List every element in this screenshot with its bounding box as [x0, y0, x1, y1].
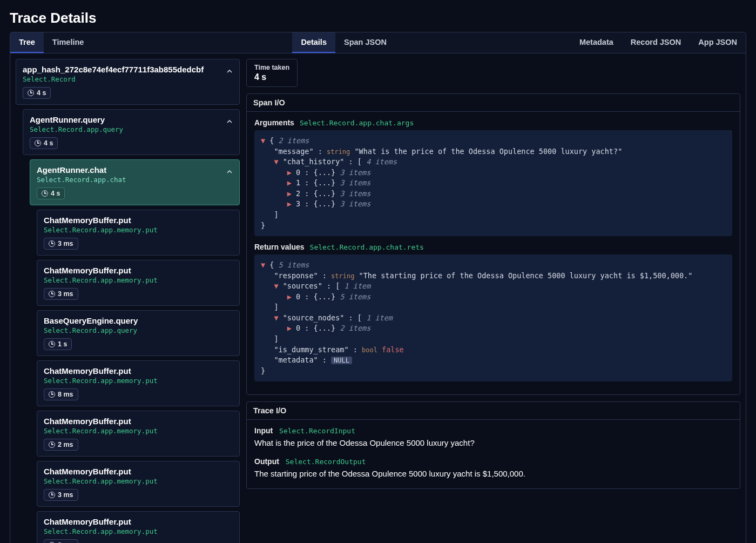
time-badge: 3 ms — [44, 238, 78, 250]
node-selector: Select.Record.app.memory.put — [44, 477, 233, 485]
time-value: 3 ms — [58, 240, 73, 247]
clock-icon — [49, 492, 55, 498]
time-badge: 4 s — [30, 137, 58, 149]
trace-io-panel: Trace I/O Input Select.RecordInput What … — [246, 401, 740, 489]
time-badge: 3 ms — [44, 288, 78, 300]
arguments-selector: Select.Record.app.chat.args — [300, 119, 414, 127]
node-selector: Select.Record.app.chat — [37, 176, 233, 184]
time-badge: 4 s — [23, 87, 51, 99]
chevron-up-icon[interactable] — [225, 67, 234, 76]
time-badge: 2 ms — [44, 439, 78, 451]
trace-io-header: Trace I/O — [247, 402, 740, 420]
time-badge: 8 ms — [44, 388, 78, 400]
time-taken-value: 4 s — [254, 72, 289, 82]
output-text: The starting price of the Odessa Opulenc… — [254, 468, 732, 480]
node-selector: Select.Record.app.memory.put — [44, 527, 233, 535]
clock-icon — [49, 391, 55, 398]
clock-icon — [49, 341, 55, 347]
time-value: 1 s — [58, 340, 67, 348]
tree-node[interactable]: ChatMemoryBuffer.putSelect.Record.app.me… — [37, 511, 240, 543]
trace-details-container: Tree Timeline Details Span JSON Metadata… — [10, 32, 746, 543]
tab-tree[interactable]: Tree — [10, 32, 44, 53]
time-value: 4 s — [44, 139, 53, 147]
output-label: Output — [254, 457, 279, 466]
time-value: 8 ms — [58, 391, 73, 398]
details-panel: Time taken 4 s Span I/O Arguments Select… — [246, 59, 740, 489]
node-selector: Select.Record.app.memory.put — [44, 377, 233, 385]
time-value: 3 ms — [58, 290, 73, 298]
tab-metadata[interactable]: Metadata — [571, 32, 622, 53]
node-title: AgentRunner.chat — [37, 165, 233, 175]
clock-icon — [42, 190, 48, 197]
input-label: Input — [254, 426, 273, 435]
tab-timeline[interactable]: Timeline — [44, 32, 93, 53]
time-badge: 4 s — [37, 187, 65, 199]
time-value: 4 s — [37, 89, 46, 97]
tree-node-root[interactable]: app_hash_272c8e74ef4ecf77711f3ab855dedcb… — [16, 59, 240, 105]
tree-node-agent-query[interactable]: AgentRunner.query Select.Record.app.quer… — [23, 109, 240, 155]
tab-bar: Tree Timeline Details Span JSON Metadata… — [10, 32, 746, 53]
node-title: ChatMemoryBuffer.put — [44, 366, 233, 376]
page-title: Trace Details — [10, 10, 746, 26]
tree-node[interactable]: ChatMemoryBuffer.putSelect.Record.app.me… — [37, 210, 240, 256]
input-selector: Select.RecordInput — [279, 427, 355, 435]
node-title: ChatMemoryBuffer.put — [44, 467, 233, 476]
clock-icon — [28, 90, 34, 96]
output-selector: Select.RecordOutput — [286, 458, 366, 466]
clock-icon — [49, 441, 55, 448]
node-title: ChatMemoryBuffer.put — [44, 216, 233, 225]
node-selector: Select.Record.app.memory.put — [44, 226, 233, 234]
clock-icon — [49, 240, 55, 247]
return-values-label: Return values — [254, 243, 305, 251]
tab-record-json[interactable]: Record JSON — [622, 32, 690, 53]
chevron-up-icon[interactable] — [225, 117, 234, 126]
span-io-header: Span I/O — [247, 94, 740, 112]
tab-app-json[interactable]: App JSON — [690, 32, 746, 53]
node-selector: Select.Record.app.memory.put — [44, 276, 233, 284]
node-title: ChatMemoryBuffer.put — [44, 417, 233, 426]
time-badge: 2 ms — [44, 539, 78, 543]
tree-panel: app_hash_272c8e74ef4ecf77711f3ab855dedcb… — [16, 59, 240, 543]
node-title: BaseQueryEngine.query — [44, 316, 233, 325]
tree-node-agent-chat[interactable]: AgentRunner.chat Select.Record.app.chat … — [30, 159, 240, 205]
time-badge: 1 s — [44, 338, 72, 350]
span-io-panel: Span I/O Arguments Select.Record.app.cha… — [246, 93, 740, 395]
clock-icon — [35, 140, 41, 146]
time-value: 4 s — [51, 190, 60, 197]
tree-node[interactable]: ChatMemoryBuffer.putSelect.Record.app.me… — [37, 461, 240, 507]
time-taken-card: Time taken 4 s — [246, 59, 298, 87]
node-title: ChatMemoryBuffer.put — [44, 517, 233, 526]
time-value: 2 ms — [58, 441, 73, 448]
tree-node[interactable]: ChatMemoryBuffer.putSelect.Record.app.me… — [37, 260, 240, 306]
node-selector: Select.Record.app.memory.put — [44, 427, 233, 435]
node-title: AgentRunner.query — [30, 115, 233, 124]
return-values-selector: Select.Record.app.chat.rets — [310, 243, 424, 251]
time-badge: 3 ms — [44, 489, 78, 501]
node-selector: Select.Record.app.query — [30, 125, 233, 133]
node-selector: Select.Record.app.query — [44, 326, 233, 334]
clock-icon — [49, 291, 55, 297]
arguments-json[interactable]: ▼ { 2 items "message" : string "What is … — [254, 130, 732, 236]
input-text: What is the price of the Odessa Opulence… — [254, 437, 732, 450]
tab-details[interactable]: Details — [292, 32, 335, 53]
tree-node[interactable]: ChatMemoryBuffer.putSelect.Record.app.me… — [37, 360, 240, 406]
chevron-up-icon[interactable] — [225, 167, 234, 176]
arguments-label: Arguments — [254, 118, 294, 127]
tree-node[interactable]: BaseQueryEngine.querySelect.Record.app.q… — [37, 310, 240, 356]
time-taken-label: Time taken — [254, 64, 289, 71]
node-selector: Select.Record — [23, 75, 233, 83]
node-title: ChatMemoryBuffer.put — [44, 266, 233, 275]
node-title: app_hash_272c8e74ef4ecf77711f3ab855dedcb… — [23, 65, 233, 74]
return-values-json[interactable]: ▼ { 5 items "response" : string "The sta… — [254, 254, 732, 381]
tree-node[interactable]: ChatMemoryBuffer.putSelect.Record.app.me… — [37, 411, 240, 457]
time-value: 3 ms — [58, 491, 73, 499]
tab-span-json[interactable]: Span JSON — [335, 32, 395, 53]
